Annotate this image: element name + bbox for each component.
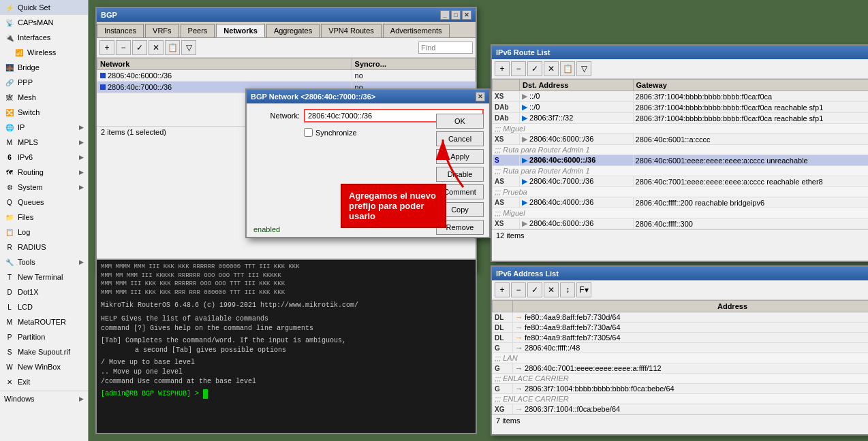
- copy-button[interactable]: 📋: [165, 40, 180, 55]
- cross-button[interactable]: ✕: [149, 40, 164, 55]
- table-row[interactable]: XG → 2806:3f7:1004::f0ca:bebe/64: [493, 404, 869, 414]
- sidebar-item-system[interactable]: ⚙ System ▶: [0, 180, 88, 195]
- table-row[interactable]: DL → fe80::4aa9:8aff:feb7:730d/64: [493, 312, 869, 323]
- files-icon: 📁: [4, 212, 15, 223]
- addr-remove[interactable]: −: [511, 282, 526, 297]
- gw-cell: 2806:3f7:1004:bbbb:bbbb:bbbb:f0ca:f0ca r…: [633, 113, 868, 124]
- add-button[interactable]: +: [99, 40, 114, 55]
- tab-vpn4routes[interactable]: VPN4 Routes: [321, 24, 382, 37]
- system-icon: ⚙: [4, 182, 15, 193]
- sidebar-item-radius[interactable]: R RADIUS: [0, 240, 88, 255]
- gw-cell: 2806:3f7:1004:bbbb:bbbb:bbbb:f0ca:f0ca r…: [633, 102, 868, 113]
- lcd-icon: L: [4, 301, 15, 312]
- table-row[interactable]: S ▶ 2806:40c:6000::/36 2806:40c:6001:eee…: [493, 155, 869, 166]
- sidebar-item-exit[interactable]: ✕ Exit: [0, 374, 88, 389]
- check-button[interactable]: ✓: [132, 40, 147, 55]
- type-cell: S: [493, 155, 520, 166]
- ipv6-copy[interactable]: 📋: [560, 61, 575, 76]
- sidebar-item-metarouter[interactable]: M MetaROUTER: [0, 314, 88, 329]
- comment-cell: ;;; Miguel: [493, 208, 869, 218]
- ipv6-check[interactable]: ✓: [527, 61, 542, 76]
- bgp-close[interactable]: ✕: [462, 10, 471, 20]
- log-icon: 📋: [4, 227, 15, 238]
- tab-instances[interactable]: Instances: [97, 24, 144, 37]
- bgp-search[interactable]: [418, 42, 473, 54]
- addr-cross[interactable]: ✕: [544, 282, 559, 297]
- sidebar-item-interfaces[interactable]: 🔌 Interfaces: [0, 30, 88, 45]
- ipv6-filter[interactable]: ▽: [576, 61, 591, 76]
- terminal-tab-line: [Tab] Completes the command/word. If the…: [101, 336, 471, 346]
- sidebar-item-ipv6[interactable]: 6 IPv6 ▶: [0, 150, 88, 165]
- ipv6-route-status: 12 items: [492, 229, 868, 241]
- table-row[interactable]: XS ▶ 2806:40c:6000::/36 2806:40c:ffff::3…: [493, 218, 869, 229]
- sidebar-item-mesh[interactable]: 🕸 Mesh: [0, 90, 88, 105]
- sidebar-item-partition[interactable]: P Partition: [0, 329, 88, 344]
- sidebar-item-ip[interactable]: 🌐 IP ▶: [0, 120, 88, 135]
- sidebar-item-new-terminal[interactable]: T New Terminal: [0, 270, 88, 284]
- table-row[interactable]: DAb ▶ 2806:3f7::/32 2806:3f7:1004:bbbb:b…: [493, 113, 869, 124]
- addr-check[interactable]: ✓: [527, 282, 542, 297]
- sidebar-item-capsman[interactable]: 📡 CAPsMAN: [0, 15, 88, 30]
- sidebar-item-switch[interactable]: 🔀 Switch: [0, 105, 88, 120]
- synchronize-checkbox[interactable]: [304, 128, 313, 137]
- table-row[interactable]: G → 2806:40c:7001:eeee:eeee:eeee:a:ffff/…: [493, 363, 869, 374]
- table-row[interactable]: 2806:40c:6000::/36 no: [97, 70, 476, 82]
- table-row[interactable]: DAb ▶ ::/0 2806:3f7:1004:bbbb:bbbb:bbbb:…: [493, 102, 869, 113]
- sidebar-item-log[interactable]: 📋 Log: [0, 225, 88, 240]
- remove-button[interactable]: −: [116, 40, 131, 55]
- comment-row: ;;; Ruta para Router Admin 1: [493, 145, 869, 155]
- dst-cell: ▶ ::/0: [520, 91, 634, 102]
- dst-cell: ▶ 2806:40c:4000::/36: [520, 197, 634, 208]
- table-row[interactable]: AS ▶ 2806:40c:7000::/36 2806:40c:7001:ee…: [493, 176, 869, 187]
- addr-filter[interactable]: F▾: [576, 282, 591, 297]
- table-row[interactable]: G → 2806:40c:ffff::/48: [493, 343, 869, 353]
- tab-networks[interactable]: Networks: [216, 24, 265, 37]
- table-row[interactable]: XS ▶ 2806:40c:6000::/36 2806:40c:6001::a…: [493, 134, 869, 145]
- addr-sort[interactable]: ↕: [560, 282, 575, 297]
- bgp-maximize[interactable]: □: [451, 10, 461, 20]
- comment-row: ;;; ENLACE CARRIER: [493, 374, 869, 384]
- sidebar-item-quickset[interactable]: ⚡ Quick Set: [0, 0, 88, 15]
- dialog-close[interactable]: ✕: [476, 92, 485, 101]
- tab-advertisements[interactable]: Advertisements: [383, 24, 450, 37]
- bgp-minimize[interactable]: _: [440, 10, 450, 20]
- sidebar-item-ppp[interactable]: 🔗 PPP: [0, 75, 88, 90]
- sidebar-item-lcd[interactable]: L LCD: [0, 299, 88, 314]
- ipv6-route-toolbar: + − ✓ ✕ 📋 ▽: [492, 59, 868, 79]
- row-icon: 2806:40c:7000::/36: [100, 83, 172, 91]
- ok-button[interactable]: OK: [436, 114, 484, 129]
- sidebar-item-queues[interactable]: Q Queues: [0, 195, 88, 210]
- sidebar-item-files[interactable]: 📁 Files: [0, 210, 88, 225]
- sidebar-item-bridge[interactable]: 🌉 Bridge: [0, 60, 88, 75]
- ipv6-cross[interactable]: ✕: [544, 61, 559, 76]
- dst-cell: ▶ ::/0: [520, 102, 634, 113]
- sidebar-item-new-winbox[interactable]: W New WinBox: [0, 359, 88, 374]
- dst-cell: ▶ 2806:40c:6000::/36: [520, 155, 634, 166]
- sidebar-item-dot1x[interactable]: D Dot1X: [0, 284, 88, 299]
- terminal-line: MMM MMMM MMM III KKK KKK RRRRRR 000000 T…: [101, 263, 471, 272]
- tab-aggregates[interactable]: Aggregates: [266, 24, 320, 37]
- table-row[interactable]: XS ▶ ::/0 2806:3f7:1004:bbbb:bbbb:bbbb:f…: [493, 91, 869, 102]
- bgp-tab-bar: Instances VRFs Peers Networks Aggregates…: [97, 22, 476, 38]
- ipv6-addr-toolbar: + − ✓ ✕ ↕ F▾: [492, 280, 868, 300]
- sidebar-item-windows[interactable]: Windows ▶: [0, 393, 88, 405]
- ipv6-remove[interactable]: −: [511, 61, 526, 76]
- addr-add[interactable]: +: [495, 282, 510, 297]
- tab-vrfs[interactable]: VRFs: [145, 24, 179, 37]
- table-row[interactable]: AS ▶ 2806:40c:4000::/36 2806:40c:ffff::2…: [493, 197, 869, 208]
- wireless-icon: 📶: [14, 47, 25, 58]
- table-row[interactable]: G → 2806:3f7:1004:bbbb:bbbb:bbbb:f0ca:be…: [493, 384, 869, 394]
- ipv6-add[interactable]: +: [495, 61, 510, 76]
- table-row[interactable]: DL → fe80::4aa9:8aff:feb7:730a/64: [493, 323, 869, 333]
- addr-cell: → 2806:40c:ffff::/48: [513, 343, 869, 353]
- terminal-content[interactable]: MMM MMMM MMM III KKK KKK RRRRRR 000000 T…: [97, 260, 476, 430]
- switch-icon: 🔀: [4, 107, 15, 118]
- sidebar-item-wireless[interactable]: 📶 Wireless: [0, 45, 88, 60]
- tab-peers[interactable]: Peers: [181, 24, 215, 37]
- sidebar-item-supout[interactable]: S Make Supout.rif: [0, 344, 88, 359]
- sidebar-item-mpls[interactable]: M MPLS ▶: [0, 135, 88, 150]
- table-row[interactable]: DL → fe80::4aa9:8aff:feb7:7305/64: [493, 333, 869, 343]
- filter-button[interactable]: ▽: [181, 40, 196, 55]
- sidebar-item-routing[interactable]: 🗺 Routing ▶: [0, 165, 88, 180]
- sidebar-item-tools[interactable]: 🔧 Tools ▶: [0, 255, 88, 270]
